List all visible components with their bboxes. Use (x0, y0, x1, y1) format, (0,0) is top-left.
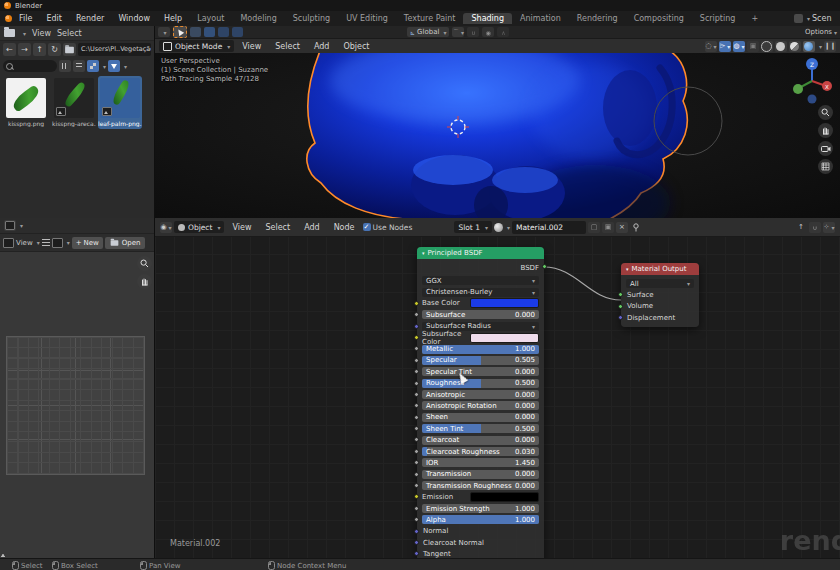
folder-icon[interactable] (4, 29, 15, 37)
viewport-canvas[interactable]: User Perspective (1) Scene Collection | … (155, 53, 840, 219)
socket-value[interactable] (414, 449, 419, 454)
blender-menu-icon[interactable] (5, 15, 12, 22)
pan-button[interactable] (818, 123, 833, 138)
node-row-roughness[interactable]: Roughness0.500 (422, 379, 539, 388)
shader-type-dropdown[interactable]: Object ▾ (174, 221, 224, 233)
node-row-alpha[interactable]: Alpha1.000 (422, 515, 539, 524)
add-workspace-button[interactable]: + (743, 13, 766, 24)
pan-button[interactable] (137, 274, 152, 289)
image-editor-canvas[interactable] (0, 252, 154, 560)
browse-image-icon[interactable] (52, 238, 63, 248)
tab-shading[interactable]: Shading (463, 13, 512, 24)
socket-value[interactable] (414, 381, 419, 386)
socket-vector[interactable] (414, 551, 419, 556)
output-node-header[interactable]: ▾ Material Output (621, 263, 699, 275)
create-dir-button[interactable] (63, 43, 76, 56)
copy-material-button[interactable]: ▣ (602, 222, 614, 233)
transform-orientation-dropdown[interactable]: ⊾ Global ▾ (407, 27, 449, 37)
node-row-specular[interactable]: Specular0.505 (422, 356, 539, 365)
subsurface-color-swatch[interactable] (470, 333, 539, 343)
socket-value[interactable] (414, 403, 419, 408)
zoom-button[interactable] (818, 105, 833, 120)
node-row-emission-strength[interactable]: Emission Strength1.000 (422, 504, 539, 513)
menu-help[interactable]: Help (157, 14, 189, 23)
image-editor-menu-view[interactable]: View (16, 239, 33, 247)
output-row-displacement[interactable]: Displacement (626, 313, 694, 322)
shader-menu-select[interactable]: Select (259, 223, 296, 232)
shader-menu-view[interactable]: View (226, 223, 257, 232)
xray-toggle[interactable]: ▣ (747, 41, 759, 52)
socket-value[interactable] (414, 369, 419, 374)
display-horizontal-list-button[interactable] (73, 60, 85, 72)
path-field[interactable]: C:\Users\Pl..Vegetação\ (78, 43, 151, 56)
menu-file[interactable]: File (12, 14, 39, 23)
editor-type-button[interactable]: ◉▾ (160, 222, 172, 233)
display-thumbnails-button[interactable] (87, 60, 99, 72)
viewport-menu-object[interactable]: Object (337, 42, 375, 51)
socket-value[interactable] (414, 460, 419, 465)
node-row-subsurface-method[interactable]: Christensen-Burley▾ (422, 287, 539, 296)
node-row-clearcoat-roughness[interactable]: Clearcoat Roughness0.030 (422, 447, 539, 456)
proportional-editing-toggle[interactable]: ◉ (482, 27, 494, 37)
material-output-node[interactable]: ▾ Material Output All▾ Surface Volume Di… (621, 263, 699, 327)
unlink-material-button[interactable]: × (616, 222, 628, 233)
output-row-volume[interactable]: Volume (626, 302, 694, 311)
shading-rendered-button[interactable] (803, 41, 815, 52)
socket-value[interactable] (414, 472, 419, 477)
node-row-metallic[interactable]: Metallic1.000 (422, 344, 539, 353)
socket-color[interactable] (414, 494, 419, 499)
pin-button[interactable] (630, 222, 642, 233)
surface-input-socket[interactable] (618, 292, 623, 297)
perspective-toggle-button[interactable] (818, 159, 833, 174)
zoom-button[interactable] (137, 256, 152, 271)
collapse-icon[interactable]: ▾ (626, 266, 629, 272)
socket-vector[interactable] (414, 529, 419, 534)
node-row-base-color[interactable]: Base Color (422, 299, 539, 308)
active-tool-select-box[interactable] (173, 26, 187, 38)
gizmos-dropdown[interactable]: ⌲▾ (719, 41, 731, 52)
node-row-transmission[interactable]: Transmission0.000 (422, 470, 539, 479)
select-mode-tweak[interactable] (190, 27, 201, 37)
file-tile[interactable]: kisspng.png (4, 78, 48, 127)
node-row-subsurface[interactable]: Subsurface0.000 (422, 310, 539, 319)
new-material-button[interactable]: ▢ (588, 222, 600, 233)
file-browser-menu-select[interactable]: Select (57, 29, 82, 38)
collapse-icon[interactable]: ▾ (422, 250, 425, 256)
tool-dropdown-button[interactable]: ▾ (158, 27, 170, 37)
shading-solid-button[interactable] (775, 41, 787, 52)
socket-value[interactable] (414, 312, 419, 317)
socket-value[interactable] (414, 426, 419, 431)
back-button[interactable]: ← (3, 43, 16, 56)
node-row-clearcoat[interactable]: Clearcoat0.000 (422, 435, 539, 444)
refresh-button[interactable]: ↻ (48, 43, 61, 56)
socket-color[interactable] (414, 335, 419, 340)
material-icon[interactable] (494, 223, 503, 232)
tab-rendering[interactable]: Rendering (569, 13, 626, 24)
tab-compositing[interactable]: Compositing (626, 13, 692, 24)
node-row-anisotropic[interactable]: Anisotropic0.000 (422, 390, 539, 399)
file-browser-menu-view[interactable]: View (32, 29, 51, 38)
scene-selector[interactable]: ▾ Scen (794, 14, 840, 23)
output-target-dropdown[interactable]: All▾ (626, 279, 694, 288)
tab-scripting[interactable]: Scripting (692, 13, 744, 24)
file-tile-selected[interactable]: leaf-palm-png... (98, 76, 142, 129)
principled-node-header[interactable]: ▾ Principled BSDF (417, 247, 544, 259)
magnet-toggle[interactable]: ∪ (467, 27, 479, 37)
snap-mode-dropdown[interactable]: ⁘▾ (823, 222, 835, 233)
menu-hamburger-icon[interactable] (42, 239, 50, 246)
material-name-field[interactable]: Material.002 (512, 221, 586, 234)
socket-value[interactable] (414, 506, 419, 511)
forward-button[interactable]: → (18, 43, 31, 56)
tab-texture-paint[interactable]: Texture Paint (396, 13, 464, 24)
overlays-dropdown[interactable]: ◍▾ (733, 41, 745, 52)
socket-value[interactable] (414, 483, 419, 488)
socket-vector[interactable] (414, 540, 419, 545)
tab-layout[interactable]: Layout (189, 13, 232, 24)
select-mode-box[interactable] (204, 27, 215, 37)
filter-button[interactable] (108, 60, 120, 72)
node-row-clearcoat-normal[interactable]: Clearcoat Normal (422, 538, 539, 547)
socket-color[interactable] (414, 301, 419, 306)
open-image-button[interactable]: Open (105, 237, 145, 249)
socket-value[interactable] (414, 358, 419, 363)
socket-value[interactable] (414, 346, 419, 351)
